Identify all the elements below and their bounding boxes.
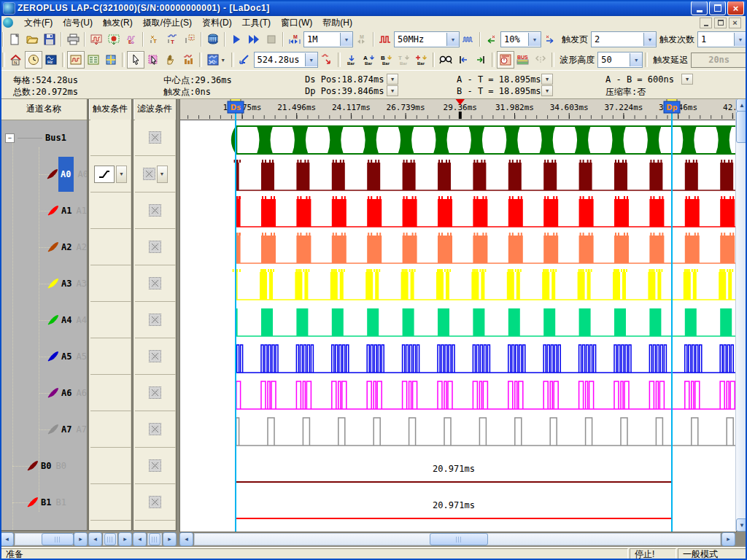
- vertical-scroll-thumb[interactable]: [736, 111, 747, 143]
- dont-care-box[interactable]: [149, 204, 161, 217]
- dont-care-box[interactable]: [149, 386, 161, 399]
- memory-depth-dropdown[interactable]: ▼: [340, 33, 352, 46]
- dont-care-box[interactable]: [149, 423, 161, 435]
- scroll-right-button[interactable]: ▸: [163, 532, 177, 546]
- filter-panel-scrollbar[interactable]: ◂ ▸: [133, 531, 177, 547]
- bus-row[interactable]: −Bus1: [1, 120, 88, 156]
- close-button[interactable]: ×: [727, 1, 744, 15]
- filter-cell-B0[interactable]: [135, 448, 176, 484]
- trigger-cell-bus[interactable]: [90, 120, 131, 156]
- dp-pos-dropdown[interactable]: ▼: [387, 85, 398, 96]
- filter-cell-A2[interactable]: [135, 229, 176, 265]
- mdi-restore-button[interactable]: [714, 18, 727, 28]
- run-repeat-button[interactable]: [245, 31, 263, 48]
- scroll-left-button[interactable]: ◂: [179, 532, 193, 546]
- channel-id[interactable]: A1: [61, 206, 71, 216]
- mdi-close-button[interactable]: ×: [729, 18, 741, 28]
- bar-dropdown-icon[interactable]: Bar: [343, 51, 360, 69]
- dont-care-box[interactable]: [149, 496, 161, 508]
- compress-button[interactable]: [532, 51, 549, 69]
- a-b-dropdown[interactable]: ▼: [681, 74, 693, 85]
- statistics-button[interactable]: [179, 51, 197, 69]
- filter-cell-A7[interactable]: [135, 411, 176, 448]
- scroll-thumb[interactable]: [42, 533, 74, 545]
- zoom-in-cursor-icon[interactable]: [236, 51, 254, 69]
- filter-cell-A5[interactable]: [135, 338, 176, 375]
- menu-3[interactable]: 摄取/停止(S): [138, 16, 197, 30]
- trigger-ratio-dropdown[interactable]: ▼: [528, 33, 541, 46]
- rising-edge-button[interactable]: [94, 166, 115, 183]
- collapse-toggle[interactable]: −: [5, 133, 15, 143]
- channel-row-A5[interactable]: A5A5: [1, 338, 88, 375]
- mdi-minimize-button[interactable]: [700, 18, 712, 28]
- waveform-vertical-scrollbar[interactable]: ▲ ▼: [735, 98, 747, 531]
- wave-height-combo[interactable]: 50 ▼: [597, 52, 643, 68]
- menu-0[interactable]: 文件(F): [19, 16, 58, 30]
- scroll-down-button[interactable]: ▼: [736, 518, 747, 532]
- filter-cell-A4[interactable]: [135, 302, 176, 338]
- trigger-cell-A2[interactable]: [90, 229, 131, 265]
- channel-id[interactable]: A0: [58, 157, 73, 192]
- b-t-dropdown[interactable]: ▼: [541, 85, 553, 96]
- trigger-cell-A1[interactable]: [90, 192, 131, 229]
- minimize-button[interactable]: [691, 1, 708, 15]
- channel-row-A1[interactable]: A1A1: [1, 192, 88, 229]
- channel-id[interactable]: A2: [61, 242, 71, 252]
- trigger-cell-A4[interactable]: [90, 302, 131, 338]
- a-t-dropdown[interactable]: ▼: [541, 74, 553, 85]
- condition-dropdown[interactable]: ▼: [116, 166, 127, 183]
- ds-pos-dropdown[interactable]: ▼: [387, 74, 398, 85]
- channel-id[interactable]: B1: [41, 497, 51, 508]
- channel-panel-scrollbar[interactable]: ◂ ▸: [0, 531, 88, 547]
- trigger-page-dropdown[interactable]: ▼: [643, 33, 656, 46]
- filter-cell-extra[interactable]: [135, 521, 176, 531]
- trigger-mark-wave-button[interactable]: T: [163, 31, 181, 48]
- clock-button[interactable]: [25, 51, 42, 69]
- channel-row-A6[interactable]: A6A6: [1, 375, 88, 411]
- scroll-left-button[interactable]: ◂: [0, 532, 14, 546]
- scroll-right-button[interactable]: ▸: [721, 532, 735, 546]
- run-button[interactable]: [228, 31, 245, 48]
- trigger-cell-A3[interactable]: [90, 265, 131, 302]
- restore-button[interactable]: [709, 1, 726, 15]
- channel-row-A3[interactable]: A3A3: [1, 265, 88, 302]
- trigger-pos-right-icon[interactable]: [541, 31, 559, 48]
- capture-wave-red-button[interactable]: [88, 31, 105, 48]
- waveform-horizontal-scrollbar[interactable]: ◂ ▸: [179, 531, 735, 547]
- add-bar-icon[interactable]: Bar: [413, 51, 430, 69]
- sample-rate-dropdown[interactable]: ▼: [446, 33, 459, 46]
- goto-start-icon[interactable]: [454, 51, 472, 69]
- channel-id[interactable]: B0: [41, 461, 51, 471]
- filter-cell-A1[interactable]: [135, 192, 176, 229]
- capture-wave-pink-button[interactable]: E: [123, 31, 140, 48]
- channel-row-B1[interactable]: B1B1: [1, 484, 88, 521]
- channel-row-A2[interactable]: A2A2: [1, 229, 88, 265]
- scroll-right-button[interactable]: ▸: [118, 532, 132, 546]
- dont-care-box[interactable]: [143, 168, 155, 180]
- menu-2[interactable]: 触发(R): [98, 16, 138, 30]
- sampling-setup-icon[interactable]: [376, 31, 394, 48]
- trigger-cell-A7[interactable]: [90, 411, 131, 448]
- scroll-thumb[interactable]: [104, 533, 116, 545]
- channel-id[interactable]: A5: [61, 351, 71, 362]
- channel-id[interactable]: A6: [61, 388, 71, 398]
- trigger-pos-left-icon[interactable]: [483, 31, 500, 48]
- trigger-count-dropdown[interactable]: ▼: [734, 33, 746, 46]
- dont-care-box[interactable]: [149, 131, 161, 144]
- channel-row-A4[interactable]: A4A4: [1, 302, 88, 338]
- frequency-button[interactable]: Hz: [42, 51, 60, 69]
- filter-cell-A0[interactable]: ▼: [135, 156, 176, 192]
- a-bar-icon[interactable]: ABar: [360, 51, 378, 69]
- trigger-mark-t-button[interactable]: T: [181, 31, 198, 48]
- time-div-dropdown[interactable]: ▼: [305, 53, 317, 66]
- channel-row-A7[interactable]: A7A7: [1, 411, 88, 448]
- select-cursor-button[interactable]: [127, 51, 144, 69]
- bus-view-button[interactable]: BUS: [514, 51, 532, 69]
- filter-cell-A6[interactable]: [135, 375, 176, 411]
- channel-id[interactable]: A3: [61, 279, 71, 289]
- channel-id[interactable]: A4: [61, 315, 71, 325]
- hand-tool-button[interactable]: [162, 51, 179, 69]
- dont-care-box[interactable]: [149, 459, 161, 472]
- menu-1[interactable]: 信号(U): [58, 16, 98, 30]
- filter-cell-bus[interactable]: [135, 120, 176, 156]
